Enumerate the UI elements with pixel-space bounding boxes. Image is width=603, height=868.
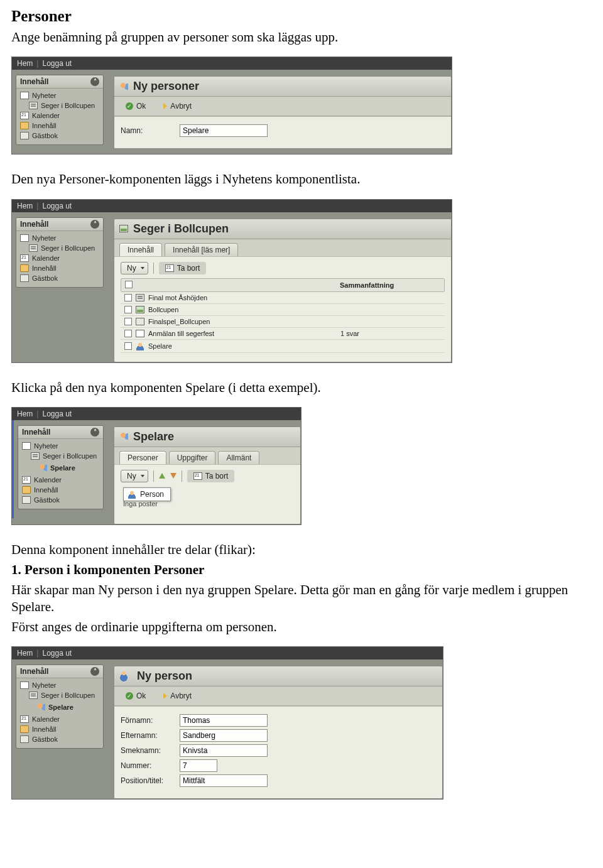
sidebar-item[interactable]: Spelare [21,461,100,475]
ok-label: Ok [136,102,146,111]
sidebar-item[interactable]: Nyheter [19,90,100,100]
sidebar-item-label: Spelare [48,703,73,711]
tabort-button[interactable]: Ta bort [187,470,235,482]
input-position[interactable] [180,774,268,787]
collapse-icon[interactable]: ˄ [90,428,99,437]
sidebar-item[interactable]: Nyheter [21,441,100,451]
tab-uppgifter[interactable]: Uppgifter [169,451,216,464]
people-icon [38,462,47,474]
topbar-home[interactable]: Hem [17,202,33,210]
sidebar-item[interactable]: Seger i Bollcupen [19,100,100,111]
list-item[interactable]: Bollcupen [121,304,445,316]
topbar: Hem | Logga ut [12,57,452,70]
sidebar-item-label: Nyheter [32,92,57,99]
sidebar-item[interactable]: Seger i Bollcupen [21,451,100,461]
panel-title: Ny person [137,670,192,683]
list-item[interactable]: Anmälan till segerfest1 svar [121,328,445,340]
panel-title: Spelare [133,430,174,443]
sidebar-item-label: Nyheter [32,234,57,242]
input-efternamn[interactable] [180,729,268,742]
sidebar: Innehåll ˄ NyheterSeger i BollcupenKalen… [12,70,107,154]
sidebar-item-label: Seger i Bollcupen [41,692,95,699]
sidebar-item[interactable]: Gästbok [19,131,100,141]
sidebar-head[interactable]: Innehåll ˄ [16,75,103,89]
move-down-icon[interactable] [170,473,177,479]
sidebar-item[interactable]: Seger i Bollcupen [19,690,100,700]
list-item[interactable]: Finalspel_Bollcupen [121,316,445,328]
cancel-button[interactable]: Avbryt [157,690,198,702]
collapse-icon[interactable]: ˄ [90,667,99,676]
topbar-logout[interactable]: Logga ut [42,410,72,418]
cancel-icon [163,693,167,699]
topbar-logout[interactable]: Logga ut [42,59,72,68]
topbar-logout[interactable]: Logga ut [42,649,72,658]
sidebar-item[interactable]: Spelare [19,700,100,714]
sidebar-item[interactable]: Innehåll [19,724,100,734]
topbar-logout[interactable]: Logga ut [42,202,72,210]
fold-icon [20,264,29,272]
list-item[interactable]: Final mot Åshöjden [121,292,445,304]
row-checkbox[interactable] [124,294,132,301]
input-nummer[interactable] [180,759,217,772]
name-label: Namn: [121,126,175,135]
doc-heading: Personer [11,8,592,25]
list-item[interactable]: Spelare [121,340,445,353]
tabort-label: Ta bort [177,264,200,273]
tabort-button[interactable]: Ta bort [159,262,207,274]
tab-allmant[interactable]: Allmänt [218,451,259,464]
doc-p5a: Här skapar man Ny person i den nya grupp… [11,582,592,615]
screenshot-2: Hem | Logga ut Innehåll ˄ NyheterSeger i… [11,199,452,363]
row-checkbox[interactable] [124,342,132,350]
sidebar-item[interactable]: Gästbok [19,734,100,744]
topbar-home[interactable]: Hem [17,59,33,68]
ok-icon: ✓ [126,102,133,110]
doc-icon [29,244,38,252]
row-name: Anmälan till segerfest [148,330,337,337]
collapse-icon[interactable]: ˄ [90,77,99,86]
sidebar-item[interactable]: Innehåll [19,263,100,273]
row-checkbox[interactable] [124,306,132,313]
sidebar-item[interactable]: Gästbok [21,495,100,505]
sidebar-item[interactable]: Nyheter [19,680,100,690]
ok-button[interactable]: ✓ Ok [119,690,152,702]
sidebar-head[interactable]: Innehåll ˄ [16,218,103,231]
note-icon [20,735,29,743]
tab-innehall[interactable]: Innehåll [119,243,162,256]
sidebar-item[interactable]: Innehåll [21,485,100,495]
row-checkbox[interactable] [124,330,132,337]
sidebar-item[interactable]: Kalender [19,111,100,121]
sidebar-item[interactable]: Seger i Bollcupen [19,243,100,253]
sidebar-item[interactable]: Kalender [19,714,100,724]
row-name: Finalspel_Bollcupen [148,318,337,325]
ny-dropdown[interactable]: Ny [121,470,148,482]
tab-innehall-lasmer[interactable]: Innehåll [läs mer] [165,243,238,256]
tab-personer[interactable]: Personer [119,451,166,464]
cancel-button[interactable]: Avbryt [157,100,198,112]
topbar-sep: | [36,59,38,68]
ok-button[interactable]: ✓ Ok [119,100,152,112]
sidebar-item-label: Spelare [50,464,75,472]
sidebar-item[interactable]: Kalender [19,253,100,263]
input-smeknamn[interactable] [180,744,268,757]
sidebar-item[interactable]: Innehåll [19,121,100,131]
sidebar-item[interactable]: Kalender [21,475,100,485]
row-checkbox[interactable] [124,318,132,325]
move-up-icon[interactable] [159,473,165,479]
screenshot-3: Hem | Logga ut Innehåll ˄ NyheterSeger i… [11,407,302,525]
topbar-home[interactable]: Hem [17,410,33,418]
image-icon [119,225,128,232]
topbar-home[interactable]: Hem [17,649,33,658]
sidebar-item[interactable]: Nyheter [19,233,100,243]
sidebar-item[interactable]: Gästbok [19,273,100,283]
ny-menu-item-person[interactable]: Person [123,487,171,501]
doc-p5b: Först anges de ordinarie uppgifterna om … [11,619,592,635]
ny-dropdown[interactable]: Ny [121,262,148,274]
collapse-icon[interactable]: ˄ [90,220,99,229]
cal-icon [20,112,29,119]
name-input[interactable] [180,124,268,137]
input-fornamn[interactable] [180,714,268,727]
sidebar-item-label: Nyheter [32,681,57,689]
sidebar-item-label: Gästbok [32,274,58,282]
sidebar-head[interactable]: Innehåll ˄ [18,426,103,439]
sidebar-head[interactable]: Innehåll ˄ [16,665,103,678]
